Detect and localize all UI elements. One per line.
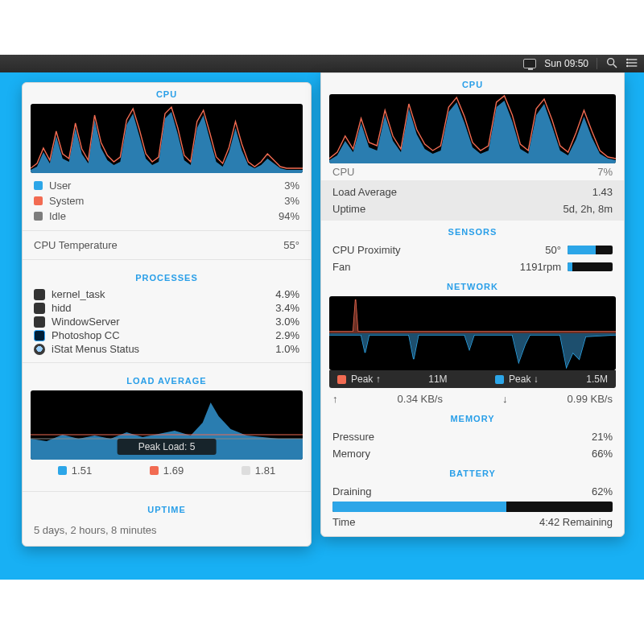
cpu-usage-chart[interactable] xyxy=(329,94,616,163)
memory-usage-row[interactable]: Memory 66% xyxy=(321,445,624,462)
cpu-dropdown-panel-compact: CPU CPU7% Load Average1.43 Uptime5d, 2h,… xyxy=(320,72,625,537)
menubar-clock[interactable]: Sun 09:50 xyxy=(544,58,588,69)
section-title-load-average: LOAD AVERAGE xyxy=(23,369,311,390)
spotlight-icon[interactable] xyxy=(605,56,618,72)
swatch-gray-icon xyxy=(34,212,43,221)
svg-point-6 xyxy=(627,62,628,63)
load-average-row[interactable]: Load Average1.43 xyxy=(321,184,624,200)
network-chart[interactable] xyxy=(329,296,616,370)
cpu-idle-row: Idle 94% xyxy=(23,208,311,224)
process-row[interactable]: kernel_task4.9% xyxy=(23,287,311,301)
memory-pressure-row[interactable]: Pressure 21% xyxy=(321,428,624,445)
section-title-cpu: CPU xyxy=(321,73,624,94)
network-rate-row[interactable]: ↑0.34 KB/s ↓0.99 KB/s xyxy=(321,388,624,407)
terminal-icon xyxy=(34,316,45,328)
temp-mini-bar xyxy=(568,246,613,254)
process-row[interactable]: hidd3.4% xyxy=(23,301,311,315)
macos-menubar: Sun 09:50 xyxy=(0,55,644,72)
cpu-user-val: 3% xyxy=(284,180,299,192)
swatch-red-icon xyxy=(337,375,346,384)
svg-line-1 xyxy=(613,64,617,68)
section-title-battery: BATTERY xyxy=(321,462,624,483)
battery-bar xyxy=(332,502,613,512)
section-title-cpu: CPU xyxy=(23,83,311,104)
section-title-memory: MEMORY xyxy=(321,407,624,428)
section-title-network: NETWORK xyxy=(321,275,624,296)
swatch-red-icon xyxy=(34,196,43,205)
uptime-value: 5 days, 2 hours, 8 minutes xyxy=(23,519,311,546)
cpu-idle-val: 94% xyxy=(279,210,299,222)
uptime-row[interactable]: Uptime5d, 2h, 8m xyxy=(321,200,624,217)
svg-point-7 xyxy=(627,65,628,66)
process-row[interactable]: WindowServer3.0% xyxy=(23,315,311,328)
cpu-proximity-row[interactable]: CPU Proximity 50° xyxy=(321,242,624,258)
svg-point-5 xyxy=(627,59,628,60)
swatch-blue-icon xyxy=(58,466,67,475)
istat-menubar-icon[interactable] xyxy=(523,59,536,68)
process-row[interactable]: iStat Menus Status1.0% xyxy=(23,342,311,356)
photoshop-icon xyxy=(34,330,45,341)
svg-point-0 xyxy=(608,58,614,64)
cpu-system-row: System 3% xyxy=(23,193,311,208)
cpu-temperature-row[interactable]: CPU Temperature55° xyxy=(23,237,311,253)
battery-time-row[interactable]: Time4:42 Remaining xyxy=(321,514,624,536)
cpu-system-val: 3% xyxy=(284,195,299,207)
divider xyxy=(597,58,597,69)
swatch-blue-icon xyxy=(34,181,43,190)
terminal-icon xyxy=(34,289,45,300)
section-title-processes: PROCESSES xyxy=(23,266,311,287)
swatch-red-icon xyxy=(150,466,159,475)
fan-mini-bar xyxy=(568,262,613,271)
istat-icon xyxy=(34,344,45,355)
section-title-uptime: UPTIME xyxy=(23,498,311,519)
cpu-dropdown-panel-detailed: CPU User 3% System 3% Idle 94% CPU Tempe… xyxy=(22,82,312,547)
load-average-values: 1.51 1.69 1.81 xyxy=(23,460,311,485)
cpu-user-row: User 3% xyxy=(23,178,311,193)
process-row[interactable]: Photoshop CC2.9% xyxy=(23,328,311,342)
section-title-sensors: SENSORS xyxy=(321,221,624,242)
cpu-total-row[interactable]: CPU7% xyxy=(321,163,624,180)
network-peak-row: Peak ↑ 11M Peak ↓ 1.5M xyxy=(329,370,616,388)
swatch-white-icon xyxy=(242,466,250,475)
cpu-usage-chart[interactable] xyxy=(31,104,303,173)
battery-state-row[interactable]: Draining62% xyxy=(321,483,624,500)
notification-center-icon[interactable] xyxy=(626,56,639,72)
load-average-chart[interactable]: Peak Load: 5 xyxy=(31,390,303,460)
peak-load-label: Peak Load: 5 xyxy=(118,439,217,455)
fan-row[interactable]: Fan 1191rpm xyxy=(321,258,624,275)
terminal-icon xyxy=(34,303,45,314)
swatch-blue-icon xyxy=(495,375,504,384)
